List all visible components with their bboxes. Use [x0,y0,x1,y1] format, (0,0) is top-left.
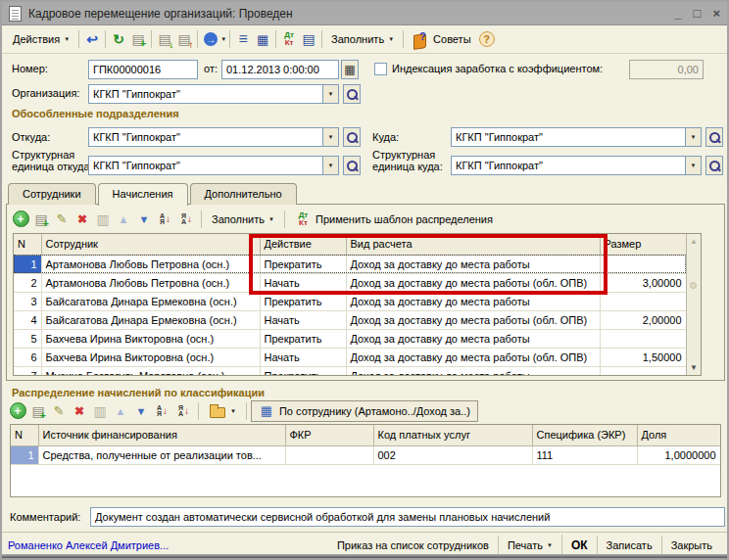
col-share: Доля [637,425,720,445]
accruals-fill-button[interactable]: Заполнить▼ [206,210,280,229]
vertical-scrollbar[interactable]: ▲ ▼ [686,234,701,375]
window-bottom-frame [2,554,727,558]
to-value[interactable]: КГКП "Гиппократ" [451,127,686,147]
tab-employees[interactable]: Сотрудники [8,183,96,205]
toolbar-separator [246,402,247,420]
number-input[interactable]: ГПК00000016 [88,60,198,79]
order-list-button[interactable]: Приказ на список сотрудников [328,536,498,555]
tab-accruals[interactable]: Начисления [98,183,188,206]
organization-value[interactable]: КГКП "Гиппократ" [88,84,323,104]
tab-additional[interactable]: Дополнительно [190,183,297,205]
to-combo[interactable]: КГКП "Гиппократ" [451,127,702,147]
unit-from-combo[interactable]: КГКП "Гиппократ" [88,156,339,175]
save-button[interactable]: Записать [597,536,661,555]
fill-button[interactable]: Заполнить▼ [325,29,400,49]
table-row[interactable]: 6 Бахчева Ирина Викторовна (осн.) Начать… [14,348,686,366]
scroll-grip[interactable] [690,282,697,289]
comment-input[interactable]: Документ создан автоматически сервисной … [90,507,725,527]
dtkt-icon[interactable] [281,30,298,48]
from-value[interactable]: КГКП "Гиппократ" [88,127,323,147]
go-to-icon[interactable] [201,29,220,49]
move-down-icon[interactable] [131,401,151,421]
dropdown-icon[interactable] [323,156,339,175]
tips-button[interactable]: Советы [407,27,476,52]
help-icon[interactable] [479,31,495,47]
col-employee: Сотрудник [41,234,260,255]
magnifier-icon [346,88,359,101]
unit-from-value[interactable]: КГКП "Гиппократ" [88,156,323,175]
to-search-button[interactable] [705,127,723,147]
indexation-checkbox[interactable] [374,63,387,75]
reread-icon[interactable] [82,29,102,49]
unit-from-search-button[interactable] [343,156,361,175]
scroll-down-icon[interactable]: ▼ [687,360,701,375]
edit-row-icon[interactable] [49,401,69,421]
scroll-up-icon[interactable]: ▲ [687,234,701,249]
from-combo[interactable]: КГКП "Гиппократ" [88,127,339,147]
calendar-icon[interactable] [341,60,359,79]
journal-icon[interactable] [299,29,318,49]
actions-button[interactable]: Действия▼ [7,29,75,49]
unit-from-label-line2: единица откуда: [12,161,93,172]
dropdown-icon[interactable] [686,156,702,175]
copy-document-icon[interactable] [128,29,148,49]
sort-descending-icon[interactable] [176,210,197,229]
move-down-icon[interactable] [134,210,154,229]
maximize-icon[interactable]: □ [694,7,702,20]
end-edit-icon[interactable] [93,210,113,229]
subdivisions-section-title: Обособленные подразделения [12,108,179,119]
table-row[interactable]: 2 Артамонова Любовь Петровна (осн.) Нача… [14,273,686,292]
accruals-grid: N Сотрудник Действие Вид расчета Размер … [14,234,687,376]
responsible-link[interactable]: Романенко Алексей Дмитриев... [8,539,169,551]
sort-ascending-icon[interactable] [152,401,172,421]
print-button[interactable]: Печать▼ [498,536,561,555]
table-row[interactable]: 1 Средства, полученные от реализации тов… [11,445,720,464]
from-search-button[interactable] [343,127,361,147]
delete-row-icon[interactable] [73,210,92,229]
sort-descending-icon[interactable] [173,401,194,421]
copy-row-icon[interactable] [28,401,48,421]
list-settings-icon[interactable] [253,29,272,49]
date-input[interactable]: 01.12.2013 0:00:00 [221,60,339,79]
close-icon[interactable]: × [712,7,720,20]
add-row-icon[interactable] [8,401,27,421]
minimize-icon[interactable]: _ [674,7,681,20]
move-up-icon[interactable] [111,401,130,421]
output-button[interactable]: ▼ [203,399,242,422]
add-row-icon[interactable] [11,210,30,229]
tips-label: Советы [433,33,470,45]
table-row[interactable]: 5 Бахчева Ирина Викторовна (осн.) Прекра… [14,329,686,348]
group-by-employee-toggle[interactable]: По сотруднику (Артамоно../Доход за..) [251,400,478,422]
table-row[interactable]: 3 Байсагатова Динара Ермековна (осн.) Пр… [14,292,686,310]
refresh-icon[interactable] [109,29,128,49]
apply-template-button[interactable]: Применить шаблон распределения [289,207,499,232]
delete-row-icon[interactable] [70,401,89,421]
table-row[interactable]: 7 Мусина Багдагуль Маратовна (осн.) Прек… [14,366,686,376]
unit-to-combo[interactable]: КГКП "Гиппократ" [451,156,702,175]
unpost-document-icon[interactable] [174,29,194,49]
dropdown-icon[interactable] [323,84,339,104]
table-row[interactable]: 4 Байсагатова Динара Ермековна (осн.) На… [14,310,686,329]
sort-ascending-icon[interactable] [155,210,175,229]
post-document-icon[interactable] [155,29,174,49]
chevron-down-icon[interactable]: ▼ [220,36,226,42]
chevron-down-icon: ▼ [230,408,236,414]
organization-combo[interactable]: КГКП "Гиппократ" [88,84,339,104]
distribution-section-title: Распределение начислений по классификаци… [12,387,265,398]
table-row[interactable]: 1 Артамонова Любовь Петровна (осн.) Прек… [14,255,686,273]
ok-button[interactable]: ОК [561,535,597,556]
number-label: Номер: [12,63,48,74]
unit-to-value[interactable]: КГКП "Гиппократ" [451,156,686,175]
toolbar-separator [151,30,152,48]
dropdown-icon[interactable] [323,127,339,147]
list-structure-icon[interactable] [233,29,253,49]
unit-to-search-button[interactable] [705,156,723,175]
copy-row-icon[interactable] [31,210,51,229]
dropdown-icon[interactable] [686,127,702,147]
end-edit-icon[interactable] [90,401,110,421]
organization-search-button[interactable] [343,84,361,104]
move-up-icon[interactable] [114,210,133,229]
comment-label: Комментарий: [10,511,80,523]
edit-row-icon[interactable] [52,210,72,229]
close-button[interactable]: Закрыть [661,536,721,555]
